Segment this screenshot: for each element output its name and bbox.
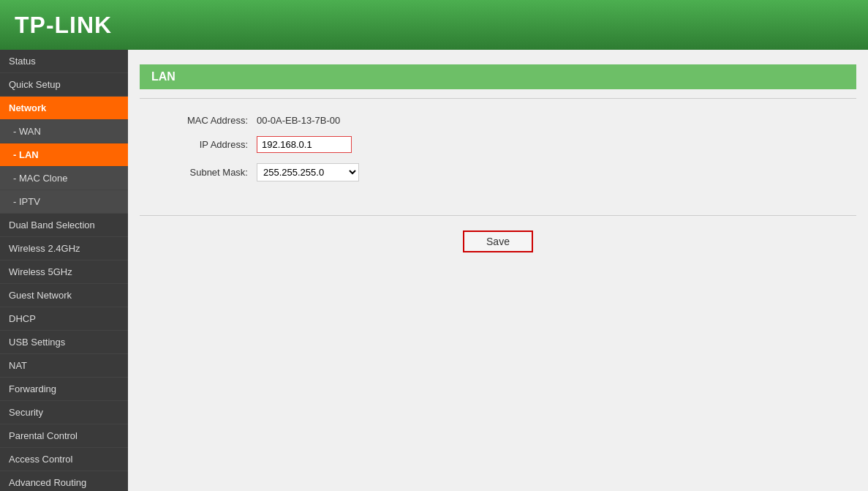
sidebar-item-lan[interactable]: - LAN [0, 143, 128, 167]
save-button-row: Save [128, 230, 868, 252]
separator-bottom [140, 215, 856, 216]
subnet-mask-label: Subnet Mask: [140, 167, 257, 178]
mac-address-value: 00-0A-EB-13-7B-00 [257, 115, 340, 126]
ip-address-label: IP Address: [140, 139, 257, 150]
subnet-mask-row: Subnet Mask: 255.255.255.0255.255.0.0255… [140, 163, 856, 181]
sidebar-item-advanced-routing[interactable]: Advanced Routing [0, 471, 128, 491]
logo: TP-LINK [15, 12, 112, 39]
sidebar-item-access-control[interactable]: Access Control [0, 448, 128, 471]
sidebar-item-guest-network[interactable]: Guest Network [0, 284, 128, 307]
page-title: LAN [140, 64, 856, 89]
main-content: LAN MAC Address: 00-0A-EB-13-7B-00 IP Ad… [128, 50, 868, 491]
sidebar-item-forwarding[interactable]: Forwarding [0, 378, 128, 401]
mac-address-row: MAC Address: 00-0A-EB-13-7B-00 [140, 115, 856, 126]
header: TP-LINK [0, 0, 868, 50]
sidebar-item-wireless-24[interactable]: Wireless 2.4GHz [0, 237, 128, 261]
sidebar-item-security[interactable]: Security [0, 401, 128, 424]
sidebar-item-dhcp[interactable]: DHCP [0, 307, 128, 331]
sidebar-item-status[interactable]: Status [0, 50, 128, 73]
body-layout: StatusQuick SetupNetwork- WAN- LAN- MAC … [0, 50, 868, 491]
sidebar-item-nat[interactable]: NAT [0, 354, 128, 378]
save-button[interactable]: Save [463, 230, 533, 252]
sidebar-item-wan[interactable]: - WAN [0, 120, 128, 143]
sidebar-item-mac-clone[interactable]: - MAC Clone [0, 167, 128, 190]
mac-address-label: MAC Address: [140, 115, 257, 126]
sidebar-item-usb-settings[interactable]: USB Settings [0, 331, 128, 354]
subnet-mask-select[interactable]: 255.255.255.0255.255.0.0255.0.0.0 [257, 163, 359, 181]
ip-address-row: IP Address: [140, 136, 856, 153]
sidebar-item-network[interactable]: Network [0, 97, 128, 120]
sidebar: StatusQuick SetupNetwork- WAN- LAN- MAC … [0, 50, 128, 491]
ip-address-input[interactable] [257, 136, 352, 153]
separator-top [140, 98, 856, 99]
form-area: MAC Address: 00-0A-EB-13-7B-00 IP Addres… [128, 108, 868, 206]
sidebar-item-wireless-5[interactable]: Wireless 5GHz [0, 261, 128, 284]
sidebar-item-quick-setup[interactable]: Quick Setup [0, 73, 128, 97]
sidebar-item-iptv[interactable]: - IPTV [0, 190, 128, 214]
sidebar-item-parental-control[interactable]: Parental Control [0, 424, 128, 448]
sidebar-item-dual-band[interactable]: Dual Band Selection [0, 214, 128, 237]
